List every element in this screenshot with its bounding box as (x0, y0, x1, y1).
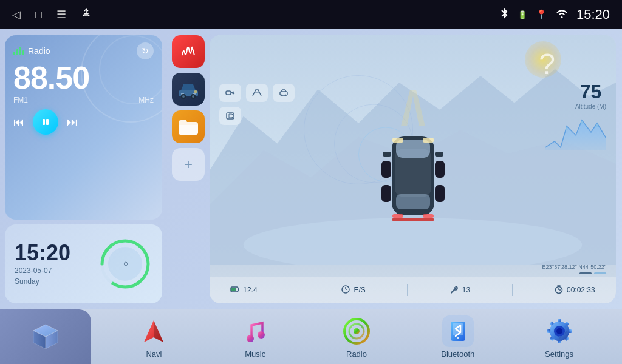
dock-equalizer-button[interactable] (172, 35, 205, 68)
timer-icon (554, 285, 564, 296)
taskbar: Navi Musi (0, 309, 622, 364)
svg-point-65 (247, 335, 254, 342)
svg-rect-3 (46, 119, 49, 125)
menu-icon[interactable]: ☰ (56, 8, 66, 21)
svg-rect-40 (381, 185, 391, 202)
radio-signal-bars (13, 47, 24, 55)
wifi-icon (556, 9, 568, 21)
altitude-display: 75 Altitude (M) (575, 81, 606, 110)
altitude-value: 75 (575, 81, 606, 103)
battery-stat: 12.4 (230, 285, 257, 295)
svg-point-66 (258, 331, 265, 339)
settings-label: Settings (545, 349, 573, 359)
bluetooth-icon (442, 315, 474, 347)
bluetooth-app-button[interactable]: Bluetooth (434, 315, 482, 359)
radio-widget: Radio ↻ 88.50 FM1 MHz ⏮ ⏭ (5, 35, 162, 220)
radio-app-button[interactable]: Radio (332, 315, 381, 359)
radio-refresh-button[interactable]: ↻ (137, 42, 154, 59)
middle-dock: + (167, 29, 210, 309)
bar3 (19, 47, 21, 55)
music-icon (239, 315, 271, 347)
svg-rect-32 (392, 138, 403, 143)
battery-icon: 🔋 (518, 10, 527, 19)
taskbar-apps: Navi Musi (91, 315, 622, 359)
status-right-icons: 🔋 📍 15:20 (499, 7, 610, 22)
radio-next-button[interactable]: ⏭ (67, 116, 78, 129)
radio-controls: ⏮ ⏭ (13, 109, 154, 135)
music-label: Music (245, 349, 265, 359)
radio-title: Radio (13, 46, 50, 56)
navi-icon (138, 315, 169, 347)
svg-point-87 (556, 328, 562, 334)
stat-divider-1 (299, 284, 299, 296)
radio-label: Radio (346, 349, 367, 359)
timer-value: 00:02:33 (567, 286, 595, 294)
radio-play-button[interactable] (33, 109, 58, 135)
svg-rect-38 (381, 161, 391, 178)
radio-header: Radio ↻ (13, 42, 154, 59)
bar1 (13, 52, 15, 55)
svg-marker-64 (154, 320, 163, 342)
svg-rect-36 (383, 152, 391, 157)
tool-icon (449, 285, 459, 296)
status-bar: ◁ □ ☰ 🔋 📍 15:20 (0, 0, 622, 29)
svg-rect-35 (423, 214, 434, 218)
radio-icon (341, 315, 372, 347)
svg-rect-2 (43, 119, 45, 125)
car-top-view-svg (377, 118, 449, 240)
car-top-view-area (210, 84, 616, 274)
usb-icon (81, 8, 92, 22)
svg-rect-42 (392, 218, 434, 221)
fuel-stat: E/S (341, 285, 365, 296)
dock-add-button[interactable]: + (172, 148, 205, 181)
svg-point-14 (192, 95, 194, 98)
radio-prev-button[interactable]: ⏮ (13, 116, 24, 129)
home-cube-icon (29, 320, 63, 354)
stat-divider-2 (407, 284, 408, 296)
svg-text:○: ○ (120, 261, 130, 266)
clock-display: 15:20 2023-05-07 Sunday (15, 242, 70, 286)
weather-question-mark: ? (539, 47, 555, 81)
radio-info: FM1 MHz (13, 96, 154, 104)
settings-icon (544, 315, 575, 347)
svg-rect-41 (435, 185, 445, 202)
svg-rect-39 (435, 161, 445, 178)
svg-rect-33 (423, 138, 434, 143)
settings-app-button[interactable]: Settings (535, 315, 584, 359)
dock-car-app-button[interactable] (172, 73, 205, 106)
svg-point-73 (457, 337, 459, 339)
bluetooth-status-icon (499, 7, 509, 22)
left-panel: Radio ↻ 88.50 FM1 MHz ⏮ ⏭ (0, 29, 167, 309)
svg-point-0 (83, 14, 84, 16)
car-panel: 15:20 PM 2023-05-07 Sunday (210, 35, 616, 303)
main-area: Radio ↻ 88.50 FM1 MHz ⏮ ⏭ (0, 29, 622, 309)
clock-date: 2023-05-07 (15, 266, 70, 275)
back-icon[interactable]: ◁ (12, 8, 21, 21)
car-status-bar: 12.4 E/S (210, 277, 616, 303)
home-icon[interactable]: □ (35, 8, 42, 21)
svg-point-15 (194, 90, 197, 93)
dock-folder-button[interactable] (172, 110, 205, 143)
bluetooth-label: Bluetooth (441, 349, 474, 359)
status-left-icons: ◁ □ ☰ (12, 8, 92, 22)
clock-time: 15:20 (15, 242, 70, 264)
battery-icon-stat (230, 285, 240, 295)
svg-rect-47 (238, 288, 239, 291)
fuel-icon (341, 285, 350, 296)
svg-rect-37 (435, 152, 443, 157)
status-time: 15:20 (576, 7, 610, 22)
music-app-button[interactable]: Music (231, 315, 279, 359)
clock-gauge: ○ (98, 237, 152, 291)
altitude-label: Altitude (M) (575, 103, 606, 110)
tool-value: 13 (462, 286, 470, 294)
bar2 (16, 49, 18, 55)
navi-label: Navi (146, 349, 162, 359)
home-button[interactable] (0, 309, 91, 364)
signal-bars-bottom (579, 272, 606, 274)
svg-point-13 (182, 95, 185, 98)
gps-coordinates: E23°37'28.12" N44°50.22" (542, 264, 606, 270)
navi-app-button[interactable]: Navi (129, 315, 178, 359)
timer-stat: 00:02:33 (554, 285, 595, 296)
svg-rect-31 (396, 194, 430, 209)
altitude-chart (545, 114, 606, 150)
